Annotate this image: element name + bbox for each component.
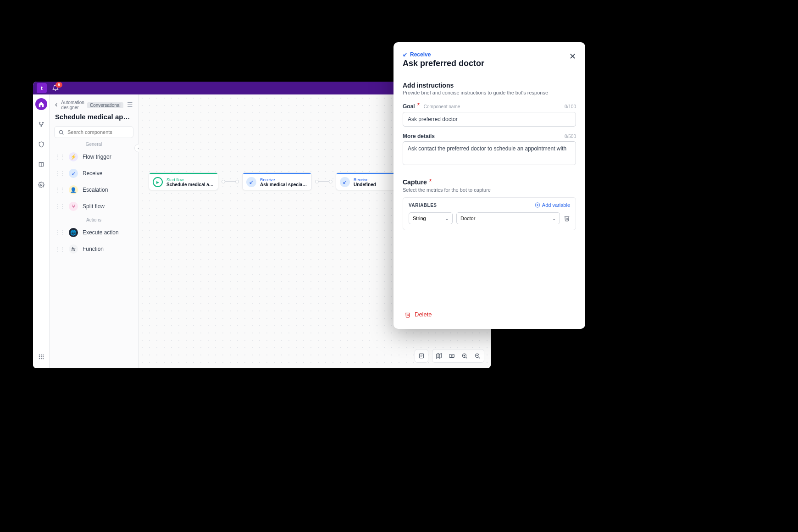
trash-icon — [405, 311, 411, 318]
breadcrumb-level1[interactable]: Automation designer — [61, 100, 84, 110]
zoom-in-button[interactable] — [458, 349, 471, 362]
component-split-flow[interactable]: ⋮⋮ ⑂ Split flow — [50, 198, 138, 215]
svg-point-6 — [42, 355, 43, 355]
component-flow-trigger[interactable]: ⋮⋮ ⚡ Flow trigger — [50, 149, 138, 165]
variables-box: VARIABLES Add variable String ⌄ Doctor ⌄ — [403, 197, 576, 230]
panel-title: Ask preferred doctor — [403, 59, 484, 68]
arrow-down-left-icon: ↙ — [340, 177, 350, 187]
node-start-flow[interactable]: ▸ Start flow Schedule medical appoi... — [149, 172, 218, 190]
split-icon: ⑂ — [69, 202, 78, 211]
add-variable-button[interactable]: Add variable — [535, 202, 570, 208]
component-label: Escalation — [83, 187, 108, 193]
required-marker: * — [429, 178, 432, 186]
goal-input[interactable] — [403, 112, 576, 127]
details-label: More details — [403, 133, 435, 139]
panel-type-label: ↙ Receive — [403, 51, 484, 58]
plus-circle-icon — [535, 202, 540, 208]
delete-variable-button[interactable] — [564, 215, 570, 222]
component-execute-action[interactable]: ⋮⋮ 🌐 Execute action — [50, 224, 138, 241]
breadcrumb: Automation designer Conversational — [61, 100, 123, 110]
variable-name-select[interactable]: Doctor ⌄ — [456, 212, 560, 224]
drag-handle-icon: ⋮⋮ — [55, 229, 64, 236]
gear-icon — [38, 182, 44, 188]
zoom-out-button[interactable] — [471, 349, 484, 362]
svg-marker-16 — [437, 354, 442, 359]
component-receive[interactable]: ⋮⋮ ↙ Receive — [50, 165, 138, 182]
rail-home[interactable] — [35, 98, 47, 110]
goal-hint: Component name — [424, 104, 460, 109]
connector — [318, 181, 329, 182]
node-settings-panel: ↙ Receive Ask preferred doctor ✕ Add ins… — [393, 42, 585, 329]
goal-label: Goal — [403, 103, 415, 110]
drag-handle-icon: ⋮⋮ — [55, 154, 64, 160]
svg-point-2 — [40, 125, 41, 126]
trash-icon — [564, 215, 570, 222]
close-button[interactable]: ✕ — [569, 51, 576, 61]
svg-rect-19 — [449, 355, 454, 358]
notifications-button[interactable]: 8 — [52, 85, 59, 91]
breadcrumb-level2[interactable]: Conversational — [87, 102, 123, 108]
variables-label: VARIABLES — [409, 203, 437, 208]
person-up-icon: 👤 — [69, 185, 78, 194]
details-input[interactable] — [403, 141, 576, 165]
node-type: Receive — [260, 177, 308, 182]
svg-point-0 — [39, 122, 40, 123]
chevron-down-icon: ⌄ — [445, 216, 449, 221]
node-type: Start flow — [166, 177, 214, 182]
node-ask-speciality[interactable]: ↙ Receive Ask medical speciality — [242, 172, 312, 190]
fit-button[interactable] — [445, 349, 458, 362]
left-rail — [33, 94, 50, 368]
home-icon — [38, 101, 44, 107]
map-button[interactable] — [432, 349, 445, 362]
section-general-label: General — [50, 142, 138, 147]
required-marker: * — [417, 102, 420, 110]
node-title: Ask medical speciality — [260, 182, 308, 187]
svg-point-7 — [39, 356, 39, 357]
component-function[interactable]: ⋮⋮ fx Function — [50, 241, 138, 257]
rail-flows[interactable] — [35, 118, 47, 130]
branch-icon — [38, 121, 44, 127]
connector — [225, 181, 236, 182]
svg-point-5 — [40, 355, 41, 355]
variable-type-select[interactable]: String ⌄ — [409, 212, 453, 224]
search-input[interactable] — [54, 126, 133, 138]
svg-line-22 — [466, 357, 467, 359]
capture-heading: Capture — [403, 178, 427, 186]
component-label: Flow trigger — [83, 154, 111, 160]
capture-subtext: Select the metrics for the bot to captur… — [403, 187, 576, 193]
arrow-down-left-icon: ↙ — [403, 51, 407, 58]
zoom-in-icon — [461, 353, 468, 359]
goal-counter: 0/100 — [565, 104, 576, 109]
play-icon: ▸ — [153, 177, 163, 187]
page-title: Schedule medical appointments — [50, 113, 138, 121]
fit-icon — [449, 353, 455, 359]
rail-docs[interactable] — [35, 159, 47, 171]
canvas-toolbar — [415, 349, 484, 363]
notification-count: 8 — [55, 82, 62, 88]
delete-node-button[interactable]: Delete — [403, 307, 576, 321]
menu-icon[interactable]: ☰ — [127, 101, 133, 108]
notes-button[interactable] — [415, 349, 428, 362]
details-counter: 0/500 — [565, 134, 576, 139]
rail-settings[interactable] — [35, 179, 47, 191]
svg-point-20 — [451, 355, 452, 356]
back-button[interactable]: ‹ — [55, 100, 57, 109]
zoom-out-icon — [474, 353, 481, 359]
section-actions-label: Actions — [50, 217, 138, 222]
svg-point-1 — [42, 122, 43, 123]
component-escalation[interactable]: ⋮⋮ 👤 Escalation — [50, 182, 138, 198]
svg-line-26 — [479, 357, 480, 359]
rail-shield[interactable] — [35, 139, 47, 150]
drag-handle-icon: ⋮⋮ — [55, 170, 64, 177]
book-icon — [38, 161, 44, 168]
rail-apps[interactable] — [35, 351, 47, 363]
arrow-down-left-icon: ↙ — [246, 177, 256, 187]
component-label: Execute action — [83, 229, 119, 236]
globe-icon: 🌐 — [69, 228, 78, 237]
app-logo[interactable]: t — [37, 83, 47, 93]
instructions-heading: Add instructions — [403, 82, 576, 89]
node-title: Schedule medical appoi... — [166, 182, 214, 187]
svg-point-4 — [39, 355, 39, 355]
svg-point-8 — [40, 356, 41, 357]
svg-point-11 — [40, 358, 41, 359]
